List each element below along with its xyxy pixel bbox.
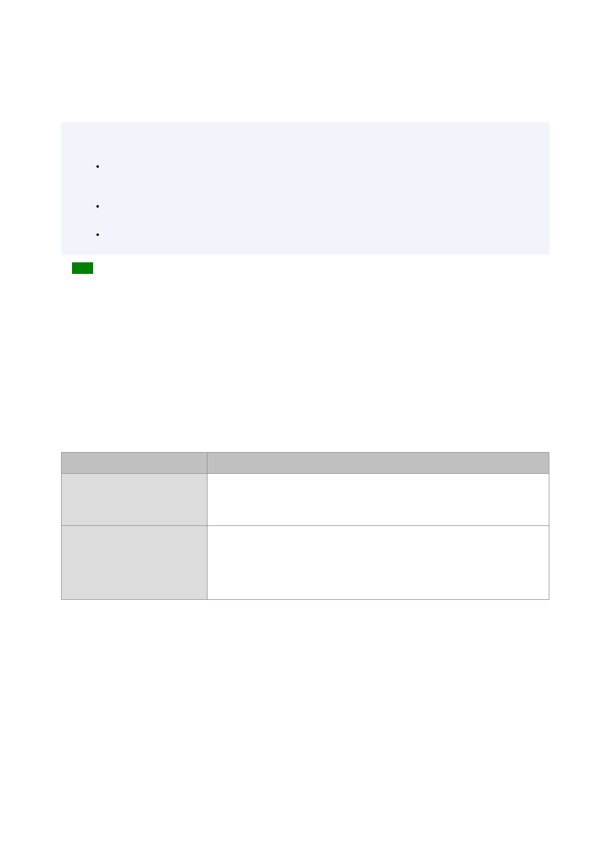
note-list [106,161,549,240]
table-header-cell [62,453,208,474]
table-header-cell [208,453,549,474]
table-cell-right [208,526,549,600]
list-item [106,161,549,172]
parameter-table [61,452,549,600]
green-block [72,262,93,274]
table-row [62,474,549,526]
page [0,0,613,868]
table-cell-right [208,474,549,526]
table-cell-left [62,526,208,600]
table-header-row [62,453,549,474]
note-box [61,122,549,255]
table-row [62,526,549,600]
table-cell-left [62,474,208,526]
list-item [106,201,549,212]
list-item [106,229,549,240]
